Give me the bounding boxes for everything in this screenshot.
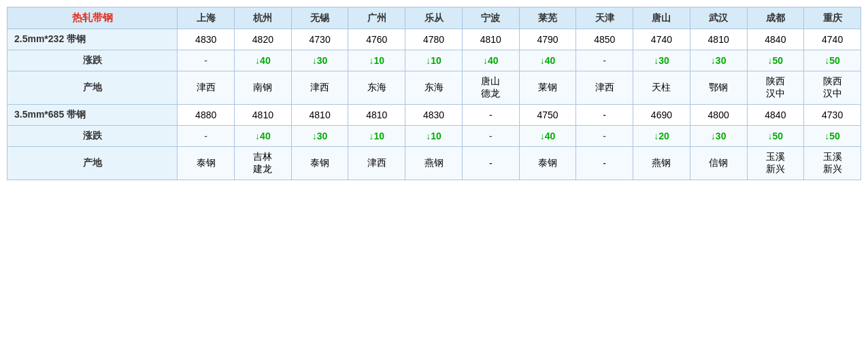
price-0-9: 4810 (690, 29, 747, 50)
origin-val-1-1: 吉林建龙 (235, 147, 292, 180)
origin-val-1-5: - (462, 147, 519, 180)
price-1-1: 4810 (235, 105, 292, 126)
change-val-0-8: ↓30 (633, 50, 690, 71)
origin-row-1: 产地泰钢吉林建龙泰钢津西燕钢-泰钢-燕钢信钢玉溪新兴玉溪新兴 (7, 147, 861, 180)
origin-val-1-2: 泰钢 (291, 147, 348, 180)
origin-val-0-2: 津西 (291, 71, 348, 105)
change-row-1: 涨跌-↓40↓30↓10↓10-↓40-↓20↓30↓50↓50 (7, 126, 861, 147)
change-val-0-0: - (178, 50, 235, 71)
origin-val-1-4: 燕钢 (405, 147, 463, 180)
header-row: 热轧带钢 上海 杭州 无锡 广州 乐从 宁波 莱芜 天津 唐山 武汉 成都 重庆 (7, 7, 861, 29)
change-label-0: 涨跌 (7, 50, 178, 71)
origin-val-0-11: 陕西汉中 (804, 71, 861, 105)
main-table: 热轧带钢 上海 杭州 无锡 广州 乐从 宁波 莱芜 天津 唐山 武汉 成都 重庆… (7, 7, 861, 180)
origin-val-1-9: 信钢 (690, 147, 747, 180)
city-header-chengdu: 成都 (747, 7, 804, 29)
origin-val-1-6: 泰钢 (519, 147, 576, 180)
change-val-1-8: ↓20 (633, 126, 690, 147)
table-wrapper: 中钢网 中钢网 中钢网 中钢网 中钢网 中钢网 中钢网 中钢网 中钢网 热轧带钢… (0, 0, 868, 187)
city-header-tianjin: 天津 (576, 7, 633, 29)
origin-val-1-0: 泰钢 (178, 147, 235, 180)
price-0-11: 4740 (804, 29, 861, 50)
change-row-0: 涨跌-↓40↓30↓10↓10↓40↓40-↓30↓30↓50↓50 (7, 50, 861, 71)
origin-label-1: 产地 (7, 147, 178, 180)
origin-val-0-4: 东海 (405, 71, 463, 105)
change-val-1-5: - (462, 126, 519, 147)
price-0-7: 4850 (576, 29, 633, 50)
price-1-5: - (462, 105, 519, 126)
city-header-hangzhou: 杭州 (235, 7, 292, 29)
change-val-1-2: ↓30 (291, 126, 348, 147)
origin-val-0-5: 唐山德龙 (462, 71, 519, 105)
origin-row-0: 产地津西南钢津西东海东海唐山德龙莱钢津西天柱鄂钢陕西汉中陕西汉中 (7, 71, 861, 105)
change-val-0-3: ↓10 (348, 50, 405, 71)
change-val-1-0: - (178, 126, 235, 147)
origin-val-0-1: 南钢 (235, 71, 292, 105)
origin-val-0-8: 天柱 (633, 71, 690, 105)
price-1-6: 4750 (519, 105, 576, 126)
price-1-2: 4810 (291, 105, 348, 126)
city-header-lecong: 乐从 (405, 7, 463, 29)
change-val-0-6: ↓40 (519, 50, 576, 71)
origin-val-0-6: 莱钢 (519, 71, 576, 105)
change-val-0-4: ↓10 (405, 50, 463, 71)
origin-label-0: 产地 (7, 71, 178, 105)
origin-val-1-3: 津西 (348, 147, 405, 180)
price-0-5: 4810 (462, 29, 519, 50)
change-val-0-5: ↓40 (462, 50, 519, 71)
change-val-0-9: ↓30 (690, 50, 747, 71)
change-val-0-7: - (576, 50, 633, 71)
origin-val-0-7: 津西 (576, 71, 633, 105)
city-header-guangzhou: 广州 (348, 7, 405, 29)
change-val-0-2: ↓30 (291, 50, 348, 71)
change-val-1-11: ↓50 (804, 126, 861, 147)
change-val-0-11: ↓50 (804, 50, 861, 71)
price-1-3: 4810 (348, 105, 405, 126)
change-val-0-10: ↓50 (747, 50, 804, 71)
change-val-1-3: ↓10 (348, 126, 405, 147)
origin-val-0-3: 东海 (348, 71, 405, 105)
origin-val-1-11: 玉溪新兴 (804, 147, 861, 180)
change-val-1-10: ↓50 (747, 126, 804, 147)
origin-val-1-8: 燕钢 (633, 147, 690, 180)
change-val-1-4: ↓10 (405, 126, 463, 147)
city-header-laiwa: 莱芜 (519, 7, 576, 29)
city-header-shanghai: 上海 (178, 7, 235, 29)
price-0-2: 4730 (291, 29, 348, 50)
change-val-0-1: ↓40 (235, 50, 292, 71)
city-header-ningbo: 宁波 (462, 7, 519, 29)
price-0-0: 4830 (178, 29, 235, 50)
price-1-10: 4840 (747, 105, 804, 126)
price-1-11: 4730 (804, 105, 861, 126)
city-header-tangshan: 唐山 (633, 7, 690, 29)
product-row-1: 3.5mm*685 带钢48804810481048104830-4750-46… (7, 105, 861, 126)
change-val-1-1: ↓40 (235, 126, 292, 147)
price-0-1: 4820 (235, 29, 292, 50)
price-1-9: 4800 (690, 105, 747, 126)
change-val-1-9: ↓30 (690, 126, 747, 147)
origin-val-1-10: 玉溪新兴 (747, 147, 804, 180)
change-label-1: 涨跌 (7, 126, 178, 147)
city-header-wuxi: 无锡 (291, 7, 348, 29)
change-val-1-6: ↓40 (519, 126, 576, 147)
price-1-4: 4830 (405, 105, 463, 126)
product-row-0: 2.5mm*232 带钢4830482047304760478048104790… (7, 29, 861, 50)
price-0-4: 4780 (405, 29, 463, 50)
product-label-1: 3.5mm*685 带钢 (7, 105, 178, 126)
price-1-8: 4690 (633, 105, 690, 126)
origin-val-0-10: 陕西汉中 (747, 71, 804, 105)
origin-val-0-0: 津西 (178, 71, 235, 105)
price-1-7: - (576, 105, 633, 126)
city-header-chongqing: 重庆 (804, 7, 861, 29)
origin-val-1-7: - (576, 147, 633, 180)
change-val-1-7: - (576, 126, 633, 147)
price-0-6: 4790 (519, 29, 576, 50)
city-header-wuhan: 武汉 (690, 7, 747, 29)
price-1-0: 4880 (178, 105, 235, 126)
price-0-10: 4840 (747, 29, 804, 50)
table-title: 热轧带钢 (7, 7, 178, 29)
origin-val-0-9: 鄂钢 (690, 71, 747, 105)
price-0-3: 4760 (348, 29, 405, 50)
price-0-8: 4740 (633, 29, 690, 50)
product-label-0: 2.5mm*232 带钢 (7, 29, 178, 50)
